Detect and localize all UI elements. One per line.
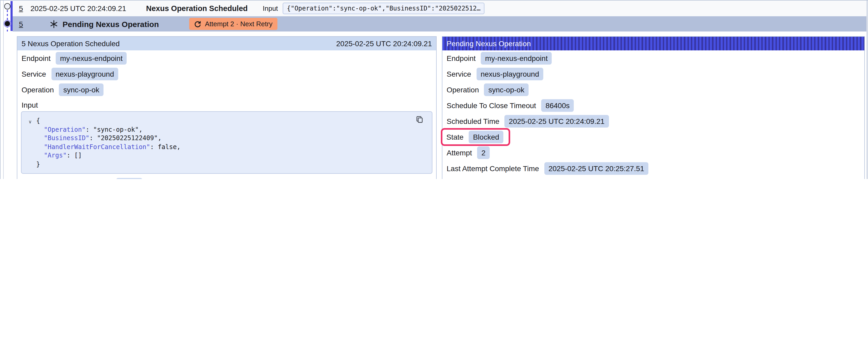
right-edge-divider (866, 1, 867, 179)
event-id-link[interactable]: 5 (19, 4, 23, 12)
retry-icon (194, 20, 201, 28)
pending-panel-header: Pending Nexus Operation (442, 37, 864, 51)
input-section-label: Input (17, 98, 436, 111)
pending-operation-panel: Pending Nexus Operation Endpointmy-nexus… (442, 36, 865, 179)
json-key: "Operation" (44, 126, 86, 133)
json-punctuation (36, 152, 44, 159)
event-detail-fields-top: Endpointmy-nexus-endpointServicenexus-pl… (17, 51, 436, 98)
code-line: "Args": [] (28, 151, 426, 160)
copy-icon[interactable] (415, 116, 424, 123)
field-row-state: StateBlocked (442, 129, 864, 145)
field-row-schedule-to-close-timeout: Schedule To Close Timeout1 day (17, 176, 436, 179)
field-row-operation: Operationsync-op-ok (442, 82, 864, 98)
field-label: Service (22, 70, 46, 78)
field-label: State (446, 133, 463, 141)
code-line: "HandlerWaitForCancellation": false, (28, 142, 426, 151)
json-value: "sync-op-ok" (93, 126, 139, 133)
json-punctuation: } (36, 160, 40, 168)
json-punctuation: , (177, 143, 181, 151)
event-detail-timestamp: 2025-02-25 UTC 20:24:09.21 (336, 39, 432, 48)
field-row-attempt: Attempt2 (442, 145, 864, 161)
event-detail-panel: 5 Nexus Operation Scheduled 2025-02-25 U… (17, 36, 437, 179)
input-label: Input (263, 4, 278, 12)
retry-badge-label: Attempt 2 · Next Retry (205, 20, 273, 28)
annotation-highlight-box: StateBlocked (440, 128, 510, 146)
field-label: Operation (446, 86, 479, 94)
event-detail-fields-bottom: Schedule To Close Timeout1 dayWorkflow T… (17, 176, 436, 179)
field-value-chip: 2025-02-25 UTC 20:24:09.21 (505, 115, 609, 128)
json-punctuation (36, 134, 44, 142)
field-value-chip: my-nexus-endpoint (56, 52, 127, 65)
field-value-chip: sync-op-ok (484, 84, 529, 96)
field-value-chip: nexus-playground (476, 68, 543, 80)
pending-operation-title: Pending Nexus Operation (63, 20, 159, 28)
field-value-chip: Blocked (469, 131, 503, 143)
json-punctuation: : (67, 152, 74, 159)
field-value-chip: my-nexus-endpoint (481, 52, 552, 65)
json-punctuation (36, 143, 44, 151)
timeline-open-node-icon (4, 3, 10, 9)
code-line: "BusinessID": "20250225122409", (28, 134, 426, 142)
retry-badge[interactable]: Attempt 2 · Next Retry (189, 18, 277, 30)
event-detail-header: 5 Nexus Operation Scheduled 2025-02-25 U… (17, 37, 436, 51)
field-row-scheduled-time: Scheduled Time2025-02-25 UTC 20:24:09.21 (442, 113, 864, 129)
pending-fields-top: Endpointmy-nexus-endpointServicenexus-pl… (442, 51, 864, 176)
event-detail-title: 5 Nexus Operation Scheduled (22, 39, 120, 48)
json-value: "20250225122409" (97, 134, 158, 142)
field-label: Endpoint (446, 54, 476, 62)
timeline-current-node-icon (5, 21, 10, 26)
field-value-chip: sync-op-ok (59, 84, 103, 96)
field-value-chip: 2025-02-25 UTC 20:25:27.51 (544, 162, 648, 175)
pending-operation-row[interactable]: 5 Pending Nexus Operation Attempt 2 · Ne… (1, 16, 866, 32)
event-timestamp: 2025-02-25 UTC 20:24:09.21 (30, 4, 126, 12)
field-row-last-attempt-complete-time: Last Attempt Complete Time2025-02-25 UTC… (442, 161, 864, 176)
field-row-schedule-to-close-timeout: Schedule To Close Timeout86400s (442, 98, 864, 113)
field-label: Schedule To Close Timeout (446, 101, 536, 110)
code-line: } (28, 160, 426, 168)
code-line: ∨{ (28, 117, 426, 125)
field-value-chip: 2 (477, 147, 490, 159)
field-label: Endpoint (22, 54, 51, 62)
event-name: Nexus Operation Scheduled (146, 4, 248, 12)
page-scale-wrapper: 5 2025-02-25 UTC 20:24:09.21 Nexus Opera… (0, 0, 868, 179)
pending-panel-title: Pending Nexus Operation (446, 39, 531, 48)
field-label: Operation (22, 86, 54, 94)
field-row-endpoint: Endpointmy-nexus-endpoint (17, 51, 436, 66)
event-summary-row[interactable]: 5 2025-02-25 UTC 20:24:09.21 Nexus Opera… (1, 1, 866, 16)
json-key: "Args" (44, 152, 67, 159)
input-json-viewer: ∨{ "Operation": "sync-op-ok", "BusinessI… (21, 111, 432, 174)
json-punctuation (36, 126, 44, 133)
field-row-endpoint: Endpointmy-nexus-endpoint (442, 51, 864, 66)
timeline-dashed-connector (7, 10, 8, 32)
json-key: "BusinessID" (44, 134, 89, 142)
json-value: false (158, 143, 177, 151)
field-label: Scheduled Time (446, 117, 499, 126)
json-punctuation: , (139, 126, 143, 133)
field-value-chip: 86400s (541, 99, 574, 112)
json-key: "HandlerWaitForCancellation" (44, 143, 150, 151)
field-row-operation: Operationsync-op-ok (17, 82, 436, 98)
pending-event-id-link[interactable]: 5 (19, 20, 23, 28)
field-row-service: Servicenexus-playground (442, 66, 864, 82)
code-line: "Operation": "sync-op-ok", (28, 125, 426, 134)
json-value: [] (74, 152, 82, 159)
pending-asterisk-icon (50, 20, 58, 28)
json-punctuation: : (86, 126, 93, 133)
field-label: Last Attempt Complete Time (446, 164, 539, 173)
json-punctuation: { (36, 117, 40, 124)
field-label: Service (446, 70, 471, 78)
workflow-history-view: 5 2025-02-25 UTC 20:24:09.21 Nexus Opera… (0, 0, 868, 179)
field-value-chip: 1 day (116, 178, 143, 179)
json-punctuation: : (89, 134, 97, 142)
input-preview-chip[interactable]: {"Operation":"sync-op-ok","BusinessID":"… (283, 3, 485, 14)
failure-section-label: Last Attempt Failure (442, 176, 864, 179)
json-punctuation: , (158, 134, 161, 142)
json-punctuation: : (150, 143, 158, 151)
field-value-chip: nexus-playground (51, 68, 118, 80)
field-label: Attempt (446, 149, 472, 157)
field-row-service: Servicenexus-playground (17, 66, 436, 82)
